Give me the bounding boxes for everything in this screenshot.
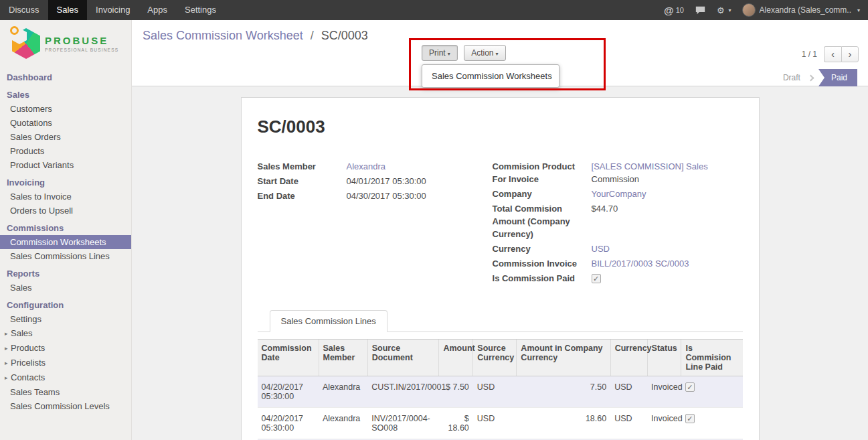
field-label-commission-product: Commision Product For Invoice [493,160,592,186]
col-currency[interactable]: Currency [610,340,647,376]
top-nav-menus: Discuss Sales Invoicing Apps Settings [0,0,225,20]
nav-apps[interactable]: Apps [139,0,176,20]
field-label-sales-member: Sales Member [258,160,347,173]
field-value-commission-product: [SALES COMMISSION] Sales Commission [592,160,743,186]
sidebar: PROBUSE PROFESSIONAL BUSINESS Dashboard … [0,20,132,440]
sidebar-item-config-contacts[interactable]: ▸Contacts [0,370,131,385]
cell-source-currency: USD [473,376,517,408]
notebook-tabs: Sales Commission Lines [258,309,743,332]
cell-sales-member: Alexandra [319,376,367,408]
cell-amount: $ 7.50 [439,376,473,408]
caret-down-icon: ▾ [448,51,450,57]
sidebar-item-orders-to-upsell[interactable]: Orders to Upsell [0,204,131,218]
col-commission-date[interactable]: Commission Date [258,340,319,376]
cell-amount-company-currency: 7.50 [517,376,610,408]
expand-arrow-icon: ▸ [5,342,11,356]
sidebar-item-quotations[interactable]: Quotations [0,116,131,130]
menu-item-sales-commission-worksheets[interactable]: Sales Commission Worksheets [422,68,559,84]
field-value-sales-member[interactable]: Alexandra [347,160,493,173]
mention-count: 10 [676,6,684,14]
field-label-is-commission-paid: Is Commission Paid [493,272,592,285]
col-amount-company-currency[interactable]: Amount in Company Currency [517,340,610,376]
sidebar-item-customers[interactable]: Customers [0,102,131,116]
col-is-commission-line-paid[interactable]: Is Commision Line Paid [681,340,743,376]
sidebar-item-sales-to-invoice[interactable]: Sales to Invoice [0,190,131,204]
sidebar-section-reports[interactable]: Reports [0,267,131,281]
cell-line-paid: ✓ [681,408,743,439]
breadcrumb-parent[interactable]: Sales Commission Worksheet [143,29,303,42]
nav-discuss[interactable]: Discuss [0,0,48,20]
pager-next-button[interactable]: › [841,46,859,62]
sidebar-item-config-pricelists[interactable]: ▸Pricelists [0,356,131,370]
main-content: Sales Commission Worksheet / SC/0003 Pri… [132,20,868,440]
sidebar-item-config-sales[interactable]: ▸Sales [0,326,131,341]
sidebar-item-reports-sales[interactable]: Sales [0,281,131,295]
field-value-company[interactable]: YourCompany [592,188,743,200]
print-dropdown-menu: Sales Commission Worksheets [422,64,559,88]
record-title: SC/0003 [258,117,743,137]
app-logo[interactable]: PROBUSE PROFESSIONAL BUSINESS [0,20,131,67]
is-commission-paid-checkbox[interactable]: ✓ [592,274,601,283]
table-row[interactable]: 04/20/2017 05:30:00 Alexandra CUST.IN/20… [258,376,743,408]
field-value-commission-invoice[interactable]: BILL/2017/0003 SC/0003 [592,257,743,270]
commission-product-rest: Commission [592,174,640,184]
breadcrumb-current: SC/0003 [321,29,368,42]
nav-invoicing[interactable]: Invoicing [87,0,139,20]
sidebar-section-configuration[interactable]: Configuration [0,298,131,312]
cell-source-document: CUST.IN/2017/0001 [367,376,439,408]
status-step-draft[interactable]: Draft [776,69,807,86]
nav-sales[interactable]: Sales [48,0,88,20]
caret-down-icon: ▾ [496,51,499,57]
sidebar-item-product-variants[interactable]: Product Variants [0,158,131,172]
avatar [742,3,756,17]
nav-settings[interactable]: Settings [176,0,225,20]
line-paid-checkbox[interactable]: ✓ [685,382,695,392]
col-source-document[interactable]: Source Document [367,340,439,376]
sidebar-item-sales-commission-levels[interactable]: Sales Commission Levels [0,399,131,413]
commission-lines-table: Commission Date Sales Member Source Docu… [258,339,743,440]
sidebar-section-sales[interactable]: Sales [0,88,131,102]
sidebar-item-sales-teams[interactable]: Sales Teams [0,385,131,399]
pager: 1 / 1 ‹ › [802,46,859,62]
logo-name: PROBUSE [45,35,118,46]
col-source-currency[interactable]: Source Currency [473,340,517,376]
tab-sales-commission-lines[interactable]: Sales Commission Lines [270,310,387,332]
table-row[interactable]: 04/20/2017 05:30:00 Alexandra INV/2017/0… [258,408,743,439]
field-group-right: Commision Product For Invoice [SALES COM… [493,160,743,287]
sidebar-section-commissions[interactable]: Commissions [0,221,131,235]
messages-button[interactable] [695,5,706,15]
caret-down-icon: ▾ [857,7,860,13]
sidebar-item-sales-orders[interactable]: Sales Orders [0,130,131,144]
user-menu[interactable]: Alexandra (Sales_comm.. ▾ [742,3,860,17]
mentions-button[interactable]: @ 10 [664,5,684,16]
line-paid-checkbox[interactable]: ✓ [685,414,695,423]
at-icon: @ [664,5,674,16]
probuse-logo-icon [12,28,40,59]
sidebar-item-commission-worksheets[interactable]: Commission Worksheets [0,235,131,249]
status-step-paid: Paid [818,69,857,86]
commission-product-link[interactable]: [SALES COMMISSION] Sales [592,161,708,171]
cell-source-document: INV/2017/0004-SO008 [367,408,439,439]
field-label-end-date: End Date [258,190,347,202]
pager-previous-button[interactable]: ‹ [824,46,841,62]
field-value-currency[interactable]: USD [592,242,743,255]
sidebar-item-config-products[interactable]: ▸Products [0,341,131,356]
cell-line-paid: ✓ [681,376,743,408]
col-status[interactable]: Status [647,340,681,376]
sidebar-item-sales-commissions-lines[interactable]: Sales Commissions Lines [0,249,131,263]
sidebar-item-config-settings[interactable]: Settings [0,312,131,326]
debug-menu-button[interactable]: ⚙ ▾ [717,5,731,15]
print-button[interactable]: Print▾ [422,45,458,61]
form-sheet: SC/0003 Sales Member Alexandra Start Dat… [241,97,760,440]
col-amount[interactable]: Amount [439,340,473,376]
sidebar-item-products[interactable]: Products [0,144,131,158]
cell-currency: USD [610,376,647,408]
sidebar-item-dashboard[interactable]: Dashboard [0,70,131,84]
field-label-start-date: Start Date [258,175,347,188]
sidebar-section-invoicing[interactable]: Invoicing [0,175,131,190]
cell-amount-company-currency: 18.60 [517,408,610,439]
cell-sales-member: Alexandra [319,408,367,439]
status-steps: Draft Paid [776,69,857,86]
action-button[interactable]: Action▾ [464,45,505,61]
col-sales-member[interactable]: Sales Member [319,340,367,376]
